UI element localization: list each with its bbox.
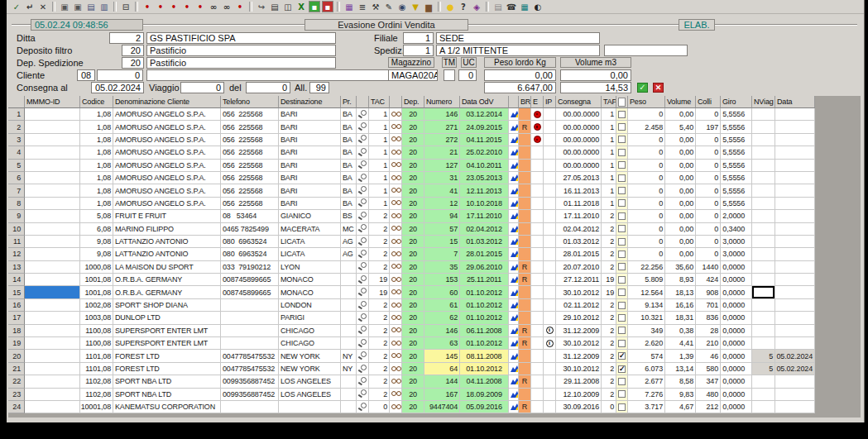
uc-field[interactable]: 0	[458, 69, 477, 81]
cell-odv[interactable]: 18.09.2009	[460, 389, 509, 401]
cell-cliente[interactable]: FRUIT E FRUIT	[113, 210, 221, 222]
cell-br[interactable]	[519, 350, 531, 362]
cell-cliente[interactable]: AMORUSO ANGELO S.P.A.	[113, 184, 221, 197]
cell-numero[interactable]: 127	[424, 160, 460, 172]
calculator-icon[interactable]: ▦	[519, 1, 530, 12]
cell-cliente[interactable]: LATTANZIO ANTONIO	[113, 236, 221, 248]
cell-dest[interactable]: BARI	[279, 160, 341, 172]
cell-tel[interactable]: 056 225568	[221, 160, 279, 172]
cell-peso[interactable]: 2.458	[628, 121, 665, 133]
peso-total-field[interactable]: 6.647,00	[484, 82, 556, 93]
cell-chk[interactable]	[616, 160, 628, 172]
dep-spedizione-name-field[interactable]: Pastificio	[146, 57, 336, 69]
cell-glasses[interactable]	[390, 350, 402, 362]
cell-giro[interactable]: 5,5556	[721, 134, 752, 146]
row-number[interactable]: 5	[8, 160, 25, 172]
cell-glasses[interactable]	[390, 248, 402, 260]
cell-consegna[interactable]: 27.05.2013	[556, 172, 602, 184]
cell-colli[interactable]: 424	[696, 274, 721, 286]
cell-tel[interactable]	[221, 325, 279, 337]
cell-mag[interactable]	[357, 236, 369, 248]
cell-giro[interactable]: 0,0000	[721, 375, 752, 388]
cell-codice[interactable]: 1,08	[80, 121, 113, 133]
cell-e[interactable]	[531, 223, 544, 236]
cell-chart[interactable]	[509, 389, 519, 401]
row-number[interactable]: 6	[8, 172, 25, 184]
cell-peso[interactable]: 574	[628, 350, 665, 362]
binoculars-icon[interactable]: ∞	[208, 1, 219, 12]
cell-vol[interactable]: 0,00	[665, 223, 696, 236]
glasses-icon[interactable]	[391, 175, 400, 181]
cell-colli[interactable]: 0	[696, 134, 721, 146]
find-f3-icon[interactable]: •	[168, 1, 180, 12]
cell-dep[interactable]: 20	[402, 312, 424, 324]
cell-vol[interactable]: 0,00	[665, 108, 696, 121]
cell-cliente[interactable]: KANEMATSU CORPORATION	[113, 401, 221, 413]
cell-dep[interactable]: 20	[402, 363, 424, 375]
document-copy-icon[interactable]: ▥	[98, 1, 110, 12]
cell-dviag[interactable]	[775, 160, 815, 172]
cell-colli[interactable]: 480	[696, 389, 721, 401]
chart-icon[interactable]	[511, 110, 519, 118]
deposito-name-field[interactable]: Pastificio	[146, 45, 336, 56]
find-f1-icon[interactable]: •	[141, 1, 153, 12]
row-number[interactable]: 8	[8, 198, 25, 210]
cell-e[interactable]	[531, 134, 544, 146]
cell-tap[interactable]: 19	[602, 286, 616, 298]
cell-tac[interactable]: 2	[369, 389, 390, 401]
cell-peso[interactable]: 0	[628, 108, 665, 121]
cell-chart[interactable]	[509, 172, 519, 184]
cell-dviag[interactable]	[775, 375, 815, 388]
tools-icon[interactable]: ⚒	[370, 1, 381, 12]
cell-pr[interactable]: BA	[341, 134, 357, 146]
cell-colli[interactable]: 580	[696, 363, 721, 375]
cell-chk[interactable]	[616, 172, 628, 184]
cell-dep[interactable]: 20	[402, 274, 424, 286]
cell-br[interactable]	[519, 198, 531, 210]
cell-consegna[interactable]: 17.11.2010	[556, 210, 602, 222]
cell-ip[interactable]	[544, 375, 556, 388]
cell-odv[interactable]: 25.02.2010	[460, 146, 509, 159]
cell-consegna[interactable]: 00.00.0000	[556, 121, 602, 133]
enter-icon[interactable]: ↵	[24, 1, 36, 12]
cell-cliente[interactable]: SUPERSPORT ENTER LMT	[113, 325, 221, 337]
cell-colli[interactable]: 197	[696, 121, 721, 133]
row-checkbox[interactable]	[618, 136, 626, 143]
cell-ip[interactable]	[544, 261, 556, 274]
consegna-al-field[interactable]: 05.02.2024	[91, 82, 144, 93]
cell-ip[interactable]	[544, 210, 556, 222]
cell-nviag[interactable]	[752, 108, 775, 121]
cell-vol[interactable]: 1,39	[665, 350, 696, 362]
cell-tac[interactable]: 2	[369, 363, 390, 375]
cell-colli[interactable]: 347	[696, 375, 721, 388]
cell-giro[interactable]: 5,5556	[721, 172, 752, 184]
cell-consegna[interactable]: 02.11.2012	[556, 299, 602, 312]
cell-chart[interactable]	[509, 184, 519, 197]
magnifier-icon[interactable]	[358, 174, 367, 183]
cell-chart[interactable]	[509, 325, 519, 337]
cell-dep[interactable]: 20	[402, 261, 424, 274]
cell-odv[interactable]: 04.11.2008	[460, 375, 509, 388]
find-f2-icon[interactable]: •	[155, 1, 166, 12]
cell-chk[interactable]	[616, 134, 628, 146]
cell-e[interactable]	[531, 146, 544, 159]
cell-peso[interactable]: 10.321	[628, 312, 665, 324]
row-number[interactable]: 11	[8, 236, 25, 248]
cell-giro[interactable]: 0,0000	[721, 401, 752, 413]
cell-pr[interactable]: BA	[341, 121, 357, 133]
cell-dest[interactable]: BARI	[279, 184, 341, 197]
cell-vol[interactable]: 8,58	[665, 375, 696, 388]
cell-consegna[interactable]: 20.07.2010	[556, 261, 602, 274]
cell-br[interactable]	[519, 108, 531, 121]
cell-e[interactable]	[531, 363, 544, 375]
world-icon[interactable]: ◐	[532, 1, 544, 12]
magnifier-icon[interactable]	[358, 237, 367, 246]
cell-dest[interactable]: PARIGI	[279, 312, 341, 324]
chart-icon[interactable]	[511, 263, 519, 271]
cell-ip[interactable]	[544, 223, 556, 236]
cell-giro[interactable]: 3,0000	[721, 236, 752, 248]
cell-mmmo[interactable]	[25, 146, 80, 159]
cell-numero[interactable]: 94	[424, 210, 460, 222]
cell-tap[interactable]: 2	[602, 312, 616, 324]
cell-codice[interactable]: 9,08	[80, 248, 113, 260]
